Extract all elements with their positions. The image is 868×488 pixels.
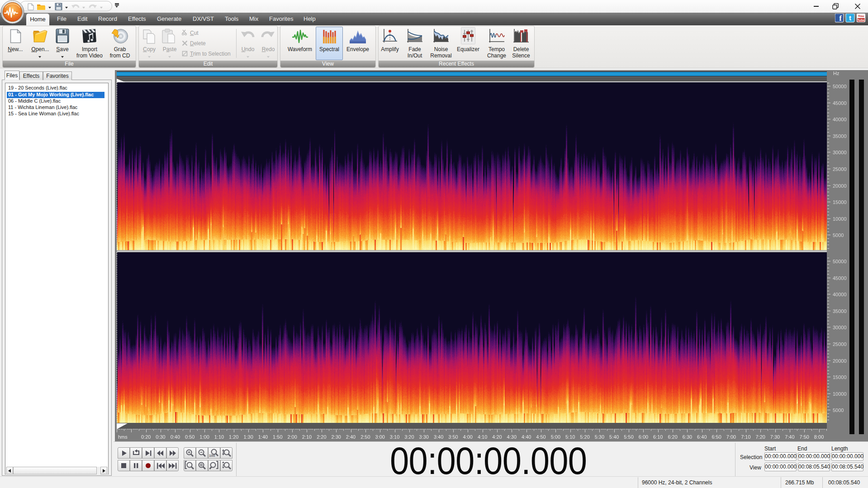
svg-text:Tube: Tube	[857, 18, 865, 22]
svg-text:t: t	[849, 14, 851, 22]
svg-text:100: 100	[209, 454, 215, 458]
svg-text:f: f	[839, 14, 842, 23]
svg-text:You: You	[858, 14, 864, 18]
